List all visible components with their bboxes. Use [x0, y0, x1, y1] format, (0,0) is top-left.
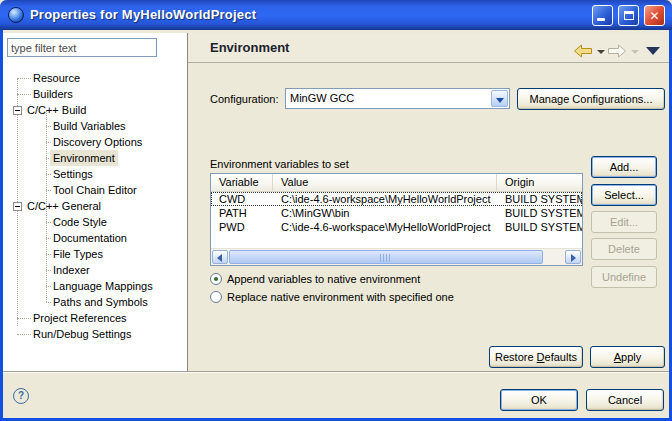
- tree-item-discovery-options[interactable]: Discovery Options: [3, 134, 187, 150]
- tree-item-run-debug-settings[interactable]: Run/Debug Settings: [3, 326, 187, 342]
- variables-table: Variable Value Origin CWD C:\ide-4.6-wor…: [210, 173, 583, 266]
- column-header-value[interactable]: Value: [273, 174, 497, 191]
- table-row-path[interactable]: PATH C:\MinGW\bin BUILD SYSTEM: [211, 206, 582, 220]
- tree-item-tool-chain-editor[interactable]: Tool Chain Editor: [3, 182, 187, 198]
- tree-item-resource[interactable]: Resource: [3, 70, 187, 86]
- collapse-icon[interactable]: [13, 106, 22, 115]
- radio-replace-environment[interactable]: Replace native environment with specifie…: [210, 290, 454, 306]
- column-header-origin[interactable]: Origin: [497, 174, 582, 191]
- chevron-down-icon: [496, 98, 504, 103]
- tree-item-environment[interactable]: Environment: [3, 150, 187, 166]
- radio-selected-icon: [210, 273, 222, 285]
- eclipse-window-icon: [8, 7, 24, 23]
- configuration-select[interactable]: MinGW GCC: [285, 88, 510, 109]
- table-header: Variable Value Origin: [211, 174, 582, 192]
- tree-item-language-mappings[interactable]: Language Mappings: [3, 278, 187, 294]
- radio-unselected-icon: [210, 291, 222, 303]
- select-button[interactable]: Select...: [591, 184, 657, 206]
- window-title: Properties for MyHelloWorldProject: [30, 7, 256, 22]
- question-mark-icon: ?: [18, 390, 24, 401]
- combo-dropdown-button[interactable]: [491, 90, 508, 107]
- tree-item-file-types[interactable]: File Types: [3, 246, 187, 262]
- maximize-icon: [624, 11, 634, 20]
- chevron-right-icon: [571, 254, 576, 262]
- page-header: Environment: [188, 33, 669, 63]
- edit-button: Edit...: [591, 211, 657, 233]
- undefine-button: Undefine: [591, 266, 657, 288]
- properties-dialog: Properties for MyHelloWorldProject ✕ Res…: [0, 0, 672, 421]
- chevron-left-icon: [217, 254, 222, 262]
- back-arrow-icon[interactable]: [573, 44, 593, 58]
- tree-item-build-variables[interactable]: Build Variables: [3, 118, 187, 134]
- restore-defaults-button[interactable]: Restore Defaults: [489, 346, 583, 368]
- tree-item-settings[interactable]: Settings: [3, 166, 187, 182]
- help-button[interactable]: ?: [13, 388, 29, 404]
- ok-button[interactable]: OK: [500, 389, 578, 411]
- scroll-right-button[interactable]: [565, 250, 581, 264]
- footer-separator-highlight: [3, 372, 669, 373]
- manage-configurations-button[interactable]: Manage Configurations...: [517, 88, 665, 110]
- minimize-button[interactable]: [592, 5, 613, 26]
- close-button[interactable]: ✕: [644, 5, 665, 26]
- delete-button: Delete: [591, 238, 657, 260]
- column-header-variable[interactable]: Variable: [211, 174, 273, 191]
- properties-tree: Resource Builders C/C++ Build Build Vari…: [3, 66, 187, 366]
- titlebar[interactable]: Properties for MyHelloWorldProject ✕: [0, 0, 672, 30]
- configuration-value: MinGW GCC: [290, 92, 354, 104]
- view-menu-icon[interactable]: [646, 47, 660, 55]
- table-row-pwd[interactable]: PWD C:\ide-4.6-workspace\MyHelloWorldPro…: [211, 220, 582, 234]
- tree-item-cpp-general[interactable]: C/C++ General: [3, 198, 187, 214]
- maximize-button[interactable]: [618, 5, 639, 26]
- add-button[interactable]: Add...: [591, 156, 657, 178]
- apply-button[interactable]: Apply: [590, 346, 665, 368]
- cancel-button[interactable]: Cancel: [586, 389, 664, 411]
- table-row-cwd[interactable]: CWD C:\ide-4.6-workspace\MyHelloWorldPro…: [211, 192, 582, 206]
- tree-item-indexer[interactable]: Indexer: [3, 262, 187, 278]
- tree-item-project-references[interactable]: Project References: [3, 310, 187, 326]
- forward-history-caret-icon[interactable]: [631, 50, 639, 54]
- variables-table-label: Environment variables to set: [210, 158, 349, 170]
- panel-divider: [187, 33, 188, 371]
- horizontal-scrollbar[interactable]: [211, 248, 582, 265]
- configuration-label: Configuration:: [210, 93, 279, 105]
- close-icon: ✕: [645, 8, 664, 24]
- minimize-icon: [597, 18, 605, 21]
- scroll-left-button[interactable]: [212, 250, 228, 264]
- tree-item-paths-and-symbols[interactable]: Paths and Symbols: [3, 294, 187, 310]
- back-history-caret-icon[interactable]: [597, 50, 605, 54]
- tree-item-builders[interactable]: Builders: [3, 86, 187, 102]
- page-title: Environment: [210, 40, 289, 55]
- scrollbar-grip-icon: [380, 254, 392, 262]
- collapse-icon[interactable]: [13, 202, 22, 211]
- tree-item-cpp-build[interactable]: C/C++ Build: [3, 102, 187, 118]
- forward-arrow-icon[interactable]: [607, 44, 627, 58]
- tree-item-documentation[interactable]: Documentation: [3, 230, 187, 246]
- tree-item-code-style[interactable]: Code Style: [3, 214, 187, 230]
- radio-append-variables[interactable]: Append variables to native environment: [210, 272, 420, 288]
- filter-input[interactable]: [7, 38, 157, 57]
- navigation-panel: Resource Builders C/C++ Build Build Vari…: [3, 33, 187, 371]
- scrollbar-thumb[interactable]: [229, 250, 543, 264]
